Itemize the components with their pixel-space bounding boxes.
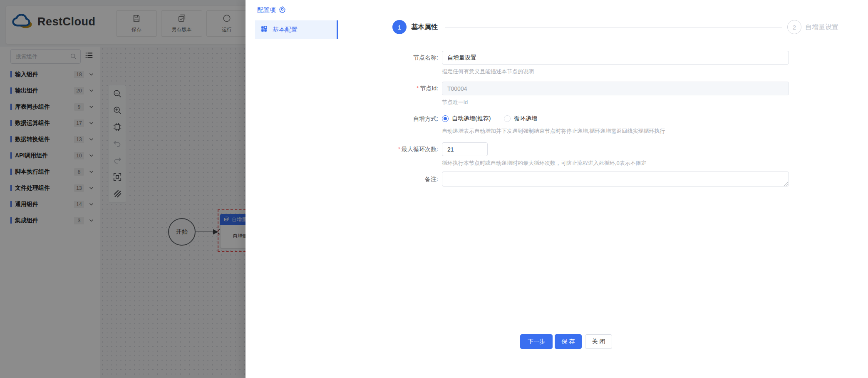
close-button[interactable]: 关 闭 <box>585 334 612 349</box>
form-row-remark: 备注: <box>338 172 868 188</box>
node-id-label: *节点Id: <box>338 82 438 106</box>
form-row-increment-mode: 自增方式: 自动递增(推荐) 循环递增 自动递增表示自动增加并下发遇到强制结束节… <box>338 113 868 135</box>
increment-mode-label: 自增方式: <box>338 113 438 135</box>
max-loops-input[interactable] <box>442 142 488 156</box>
app-root: RestCloud 保存 另存版本 运行 <box>0 0 868 378</box>
radio-auto-increment[interactable]: 自动递增(推荐) <box>442 115 491 122</box>
nav-item-basic-config[interactable]: 基本配置 <box>255 20 338 39</box>
increment-mode-help: 自动递增表示自动增加并下发遇到强制结束节点时将停止递增,循环递增需返回线实现循环… <box>442 127 665 135</box>
step-1-label: 基本属性 <box>411 20 438 34</box>
form-row-node-name: 节点名称: 指定任何有意义且能描述本节点的说明 <box>338 51 868 75</box>
radio-loop-label: 循环递增 <box>514 115 537 122</box>
node-config-drawer: 配置项 基本配置 1 基本属性 2 <box>246 0 868 378</box>
config-nav-pane: 配置项 基本配置 <box>246 0 338 378</box>
config-pane-title: 配置项 <box>257 6 338 14</box>
radio-auto-label: 自动递增(推荐) <box>452 115 491 122</box>
form-row-node-id: *节点Id: 节点唯一id <box>338 82 868 106</box>
grid-2x2-icon <box>260 25 268 34</box>
remark-textarea[interactable] <box>442 172 789 187</box>
step-connector-line <box>445 27 782 27</box>
required-asterisk: * <box>398 146 400 152</box>
nav-item-label: 基本配置 <box>273 26 298 34</box>
node-name-input[interactable] <box>442 51 789 65</box>
step-1-circle: 1 <box>392 20 407 34</box>
step-indicator: 1 基本属性 2 自增量设置 <box>338 20 868 34</box>
radio-loop-increment[interactable]: 循环递增 <box>504 115 537 122</box>
node-name-help: 指定任何有意义且能描述本节点的说明 <box>442 68 789 75</box>
max-loops-help: 循环执行本节点时或自动递增时的最大循环次数，可防止流程进入死循环,0表示不限定 <box>442 159 647 167</box>
save-config-button[interactable]: 保 存 <box>555 334 582 349</box>
required-asterisk: * <box>417 85 419 92</box>
gear-icon <box>279 6 286 14</box>
config-content: 1 基本属性 2 自增量设置 节点名称: 指定任何有意义且能描述本节点的说明 *… <box>338 0 868 378</box>
form-row-max-loops: *最大循环次数: 循环执行本节点时或自动递增时的最大循环次数，可防止流程进入死循… <box>338 142 868 167</box>
step-2-circle: 2 <box>787 20 801 34</box>
node-name-label: 节点名称: <box>338 51 438 75</box>
next-step-button[interactable]: 下一步 <box>520 334 553 349</box>
step-2-label: 自增量设置 <box>805 20 838 34</box>
radio-dot <box>442 115 449 122</box>
config-title-text: 配置项 <box>257 6 276 14</box>
radio-dot <box>504 115 511 122</box>
node-id-help: 节点唯一id <box>442 99 789 106</box>
remark-label: 备注: <box>338 172 438 188</box>
node-id-input <box>442 82 789 95</box>
max-loops-label: *最大循环次数: <box>338 142 438 167</box>
